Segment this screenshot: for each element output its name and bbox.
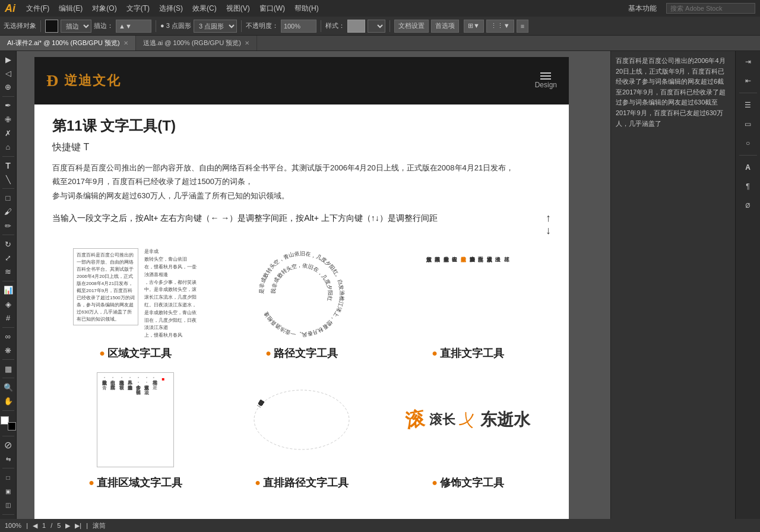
swap-colors[interactable]: ⇆ (2, 453, 15, 465)
right-tools: ⇥ ⇤ ☰ ▭ ○ A ¶ Ø (735, 51, 760, 532)
header-menu[interactable]: Design (535, 72, 557, 89)
pen-tool[interactable]: ✒ (2, 100, 15, 112)
tab-label-1: AI-课件2.ai* @ 100% (RGB/GPU 预览) (7, 39, 120, 48)
menu-view[interactable]: 视图(V) (221, 4, 255, 14)
tools-row-2: 非是成败转头空，青 山依旧在，几度夕阳红。 白发渔樵江渚上，惯看秋 月春风，一壶… (52, 372, 551, 490)
line-tool[interactable]: ╲ (2, 173, 15, 185)
toolbar-separator-2 (156, 20, 156, 32)
vertical-col-2: 浪花淘尽英雄 (434, 252, 442, 335)
menu-effect[interactable]: 效果(C) (188, 4, 221, 14)
text-tool[interactable]: T (2, 160, 15, 172)
menu-object[interactable]: 对象(O) (87, 4, 121, 14)
point-type-selector[interactable]: 3 点圆形 (194, 20, 237, 33)
lasso-tool[interactable]: ⊕ (2, 81, 15, 93)
style-label: 样式： (325, 21, 345, 30)
vertical-col-10: 尽英雄 (503, 252, 511, 335)
scale-tool[interactable]: ⤢ (2, 252, 15, 264)
select-tool[interactable]: ▶ (2, 53, 15, 65)
right-circle[interactable]: ○ (738, 135, 758, 151)
right-expand-1[interactable]: ⇥ (738, 53, 758, 70)
menu-select[interactable]: 选择(S) (154, 4, 188, 14)
header-menu-label: Design (535, 81, 557, 89)
transform-button[interactable]: ⋮⋮▼ (486, 20, 514, 33)
workspace-selector[interactable]: 基本功能 (623, 4, 661, 14)
menu-edit[interactable]: 编辑(E) (54, 4, 87, 14)
mesh-tool[interactable]: # (2, 312, 15, 324)
path-text-visual: 是非成败转头空，青山依旧在，几度夕阳红。白发渔樵江渚上，惯看秋月春风。一壶浊酒喜… (233, 246, 370, 341)
nav-last[interactable]: ▶| (75, 522, 81, 530)
menu-file[interactable]: 文件(F) (21, 4, 54, 14)
symbol-tool[interactable]: ❋ (2, 344, 15, 356)
path-text-svg: 是非成败转头空，青山依旧在，几度夕阳红。白发渔樵江渚上，惯看秋月春风。一壶浊酒喜… (242, 246, 361, 341)
anchor-tool[interactable]: ⌂ (2, 141, 15, 153)
right-text[interactable]: A (738, 159, 758, 176)
graph-tool[interactable]: 📊 (2, 284, 15, 296)
style-selector[interactable] (368, 20, 385, 33)
draw-normal[interactable]: □ (2, 471, 15, 483)
rectangle-tool[interactable]: □ (2, 192, 15, 204)
color-swatches[interactable] (1, 416, 16, 430)
warp-tool[interactable]: ≋ (2, 266, 15, 278)
no-select-label: 无选择对象 (4, 21, 36, 30)
nav-next[interactable]: ▶ (65, 522, 70, 530)
arrange-button[interactable]: ⊞▼ (464, 20, 484, 33)
delete-anchor-tool[interactable]: ✗ (2, 127, 15, 139)
menu-text[interactable]: 文字(T) (122, 4, 154, 14)
right-arrange[interactable]: ☰ (738, 97, 758, 113)
style-swatch[interactable] (347, 20, 365, 33)
stroke-selector[interactable]: 描边 (61, 20, 91, 33)
va-col-6: ，滚滚长江东逝水，浪花 (143, 376, 150, 463)
tab-ai-course2[interactable]: AI-课件2.ai* @ 100% (RGB/GPU 预览) ✕ (0, 36, 136, 50)
draw-inside[interactable]: ◫ (2, 499, 15, 511)
tab-sodao[interactable]: 送逃.ai @ 100% (RGB/GPU 预览) ✕ (136, 36, 257, 50)
right-opentype[interactable]: Ø (738, 197, 758, 214)
fill-color-swatch[interactable] (45, 20, 58, 33)
right-panel-text: 百度百科是百度公司推出的2006年4月20日上线，正式版年9月，百度百科已经收录… (616, 56, 730, 129)
preferences-button[interactable]: 首选项 (431, 20, 459, 33)
va-col-5: ，古今多少事，都付笑谈 (135, 376, 141, 463)
zoom-tool[interactable]: 🔍 (2, 381, 15, 393)
vertical-col-9: 渔橙淡上 (495, 252, 502, 335)
right-panel: 百度百科是百度公司推出的2006年4月20日上线，正式版年9月，百度百科已经收录… (610, 51, 735, 532)
doc-settings-button[interactable]: 文档设置 (394, 20, 429, 33)
blend-tool[interactable]: ∞ (2, 331, 15, 343)
gradient-tool[interactable]: ◈ (2, 298, 15, 310)
column-graph-tool[interactable]: ▦ (2, 363, 15, 375)
arrow-indicator: ↑ ↓ (546, 212, 551, 237)
canvas-area[interactable]: Ð 逆迪文化 Design 第11课 文字工具(T) (17, 51, 610, 532)
stock-search-input[interactable] (666, 3, 755, 14)
menu-window[interactable]: 窗口(W) (255, 4, 290, 14)
direct-select-tool[interactable]: ◁ (2, 67, 15, 79)
tab-close-1[interactable]: ✕ (124, 40, 128, 46)
rotate-tool[interactable]: ↻ (2, 238, 15, 250)
va-col-3: 白发渔樵江渚上，惯看秋 (118, 376, 124, 463)
hline-2 (540, 75, 551, 77)
ltool-sep-5 (2, 281, 14, 281)
draw-behind[interactable]: ▣ (2, 485, 15, 497)
menu-right-area: 基本功能 (623, 3, 755, 14)
svg-point-2 (254, 390, 349, 449)
vertical-path-name: 直排路径文字工具 (263, 476, 349, 490)
logo-text: 逆迪文化 (64, 72, 121, 90)
hand-tool[interactable]: ✋ (2, 395, 15, 407)
pencil-tool[interactable]: ✏ (2, 220, 15, 232)
opacity-input[interactable] (281, 20, 316, 33)
add-anchor-tool[interactable]: ✙ (2, 113, 15, 125)
right-expand-2[interactable]: ⇤ (738, 72, 758, 89)
ltool-sep-9 (2, 410, 14, 411)
tab-close-2[interactable]: ✕ (245, 40, 249, 46)
align-button[interactable]: ≡ (517, 20, 528, 33)
ltool-sep-1 (2, 96, 14, 97)
spread-value[interactable] (116, 20, 151, 33)
none-fill[interactable]: ⊘ (2, 439, 15, 451)
paintbrush-tool[interactable]: 🖌 (2, 206, 15, 218)
zoom-level: 100% (5, 522, 21, 529)
path-text-label: ● 路径文字工具 (265, 346, 338, 360)
right-paragraph[interactable]: ¶ (738, 178, 758, 195)
note-row: 当输入一段文字之后，按Alt+ 左右方向键（← →）是调整字间距，按Alt+ 上… (52, 212, 551, 237)
menu-help[interactable]: 帮助(H) (290, 4, 324, 14)
rtool-sep-2 (739, 155, 757, 156)
right-rect[interactable]: ▭ (738, 116, 758, 132)
nav-prev[interactable]: ◀ (33, 522, 37, 530)
background-color[interactable] (8, 422, 16, 430)
